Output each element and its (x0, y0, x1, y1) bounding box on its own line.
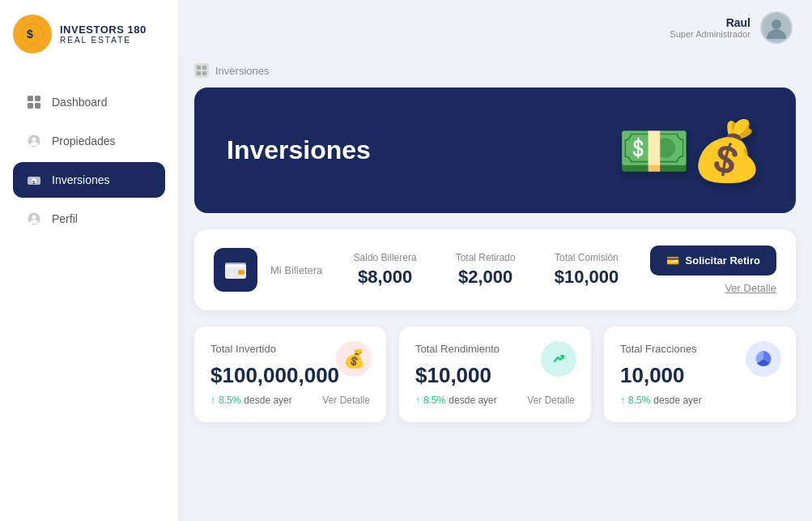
inversiones-icon: $ (26, 172, 42, 188)
saldo-group: Saldo Billerera $8,000 (354, 252, 417, 288)
wallet-actions: 💳 Solicitar Retiro Ver Detalle (650, 246, 776, 294)
rendimiento-badge (541, 341, 576, 377)
svg-rect-3 (35, 96, 40, 101)
solicitar-icon: 💳 (666, 254, 679, 267)
invertido-footer: ↑ 8.5% desde ayer Ver Detalle (210, 395, 370, 406)
invertido-ver-detalle[interactable]: Ver Detalle (322, 395, 370, 406)
svg-text:$: $ (27, 28, 33, 41)
wallet-stats: Saldo Billerera $8,000 Total Retirado $2… (354, 252, 619, 288)
wallet-icon (214, 248, 257, 292)
sidebar-nav: Dashboard Propiedades $ Inver (0, 68, 178, 237)
svg-rect-18 (202, 71, 206, 75)
logo-text: INVESTORS 180 REAL ESTATE (60, 23, 147, 45)
logo-area: $ INVESTORS 180 REAL ESTATE (0, 0, 178, 68)
sidebar-item-propiedades[interactable]: Propiedades (13, 123, 165, 159)
svg-rect-20 (225, 263, 246, 267)
trend-up-icon2: ↑ (415, 395, 420, 406)
dashboard-label: Dashboard (52, 96, 108, 109)
comision-value: $10,000 (555, 267, 619, 288)
svg-rect-2 (28, 96, 33, 101)
sidebar-item-perfil[interactable]: Perfil (13, 201, 165, 237)
hero-banner: Inversiones 💵💰 (194, 88, 796, 213)
svg-rect-4 (28, 103, 33, 109)
sidebar-item-dashboard[interactable]: Dashboard (13, 84, 165, 120)
breadcrumb-text: Inversiones (215, 65, 269, 77)
retirado-label: Total Retirado (456, 252, 516, 263)
brand-title: INVESTORS 180 (60, 23, 147, 36)
user-role: Super Administrador (670, 29, 750, 39)
breadcrumb: Inversiones (194, 55, 796, 88)
invertido-badge: 💰 (336, 341, 372, 377)
invertido-trend: ↑ 8.5% desde ayer (210, 395, 292, 406)
solicitar-retiro-button[interactable]: 💳 Solicitar Retiro (650, 246, 776, 275)
stats-row: Total Invertido 💰 $100,000,000 ↑ 8.5% de… (194, 327, 796, 422)
wallet-title: Mi Billetera (270, 264, 322, 276)
trend-up-icon3: ↑ (620, 395, 625, 406)
trend-up-icon: ↑ (210, 395, 215, 406)
svg-rect-21 (238, 270, 244, 275)
comision-label: Total Comisión (555, 252, 619, 263)
rendimiento-trend-pct: 8.5% (423, 395, 445, 406)
svg-rect-16 (202, 66, 206, 70)
saldo-value: $8,000 (358, 267, 412, 288)
fracciones-badge (746, 341, 781, 377)
wallet-ver-detalle[interactable]: Ver Detalle (725, 282, 776, 294)
svg-point-14 (772, 19, 781, 29)
user-name: Raul (726, 16, 750, 29)
content-area: Inversiones Inversiones 💵💰 Mi Billetera (178, 55, 812, 521)
stat-card-rendimiento: Total Rendimiento $10,000 ↑ 8.5% desde a… (399, 327, 591, 422)
sidebar-item-inversiones[interactable]: $ Inversiones (13, 162, 165, 198)
sidebar: $ INVESTORS 180 REAL ESTATE Dashboard (0, 0, 178, 521)
rendimiento-trend-text: desde ayer (449, 395, 496, 406)
svg-rect-15 (197, 66, 201, 70)
dashboard-icon (26, 94, 42, 110)
fracciones-trend-text: desde ayer (653, 395, 701, 406)
stat-card-invertido: Total Invertido 💰 $100,000,000 ↑ 8.5% de… (194, 327, 386, 422)
fracciones-footer: ↑ 8.5% desde ayer (620, 395, 780, 406)
rendimiento-trend: ↑ 8.5% desde ayer (415, 395, 497, 406)
comision-group: Total Comisión $10,000 (555, 252, 619, 288)
top-header: Raul Super Administrador (178, 0, 812, 55)
breadcrumb-icon (194, 63, 209, 78)
wallet-left: Mi Billetera (214, 248, 322, 292)
propiedades-icon (26, 133, 42, 149)
perfil-icon (26, 211, 42, 227)
svg-point-7 (32, 138, 36, 142)
hero-title: Inversiones (227, 135, 371, 165)
rendimiento-footer: ↑ 8.5% desde ayer Ver Detalle (415, 395, 575, 406)
money-illustration: 💵💰 (618, 116, 763, 185)
retirado-group: Total Retirado $2,000 (456, 252, 516, 288)
retirado-value: $2,000 (458, 267, 512, 288)
main-content: Raul Super Administrador Inversiones (178, 0, 812, 521)
avatar (760, 11, 793, 44)
svg-text:$: $ (32, 180, 35, 185)
fracciones-trend-pct: 8.5% (628, 395, 650, 406)
fracciones-trend: ↑ 8.5% desde ayer (620, 395, 702, 406)
saldo-label: Saldo Billerera (354, 252, 417, 263)
inversiones-label: Inversiones (52, 173, 110, 186)
rendimiento-ver-detalle[interactable]: Ver Detalle (527, 395, 575, 406)
svg-rect-5 (35, 103, 40, 109)
propiedades-label: Propiedades (52, 135, 116, 147)
svg-rect-17 (197, 71, 201, 75)
stat-card-fracciones: Total Fracciones 10,000 ↑ 8.5% desde aye… (604, 327, 796, 422)
wallet-section-label: Mi Billetera (270, 263, 322, 277)
svg-point-12 (32, 216, 36, 220)
logo-icon: $ (13, 15, 52, 53)
brand-subtitle: REAL ESTATE (60, 36, 147, 45)
user-info: Raul Super Administrador (670, 16, 750, 39)
invertido-trend-pct: 8.5% (219, 395, 240, 406)
perfil-label: Perfil (52, 212, 78, 225)
solicitar-label: Solicitar Retiro (686, 254, 760, 267)
invertido-trend-text: desde ayer (244, 395, 291, 406)
wallet-card: Mi Billetera Saldo Billerera $8,000 Tota… (194, 229, 796, 310)
